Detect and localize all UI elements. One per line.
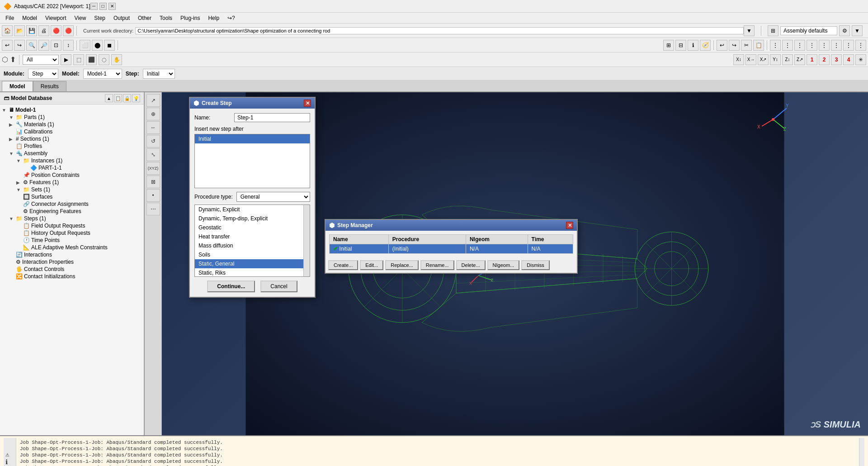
tree-parts[interactable]: ▼ 📁 Parts (1) <box>0 114 144 121</box>
print-btn[interactable]: 🖨 <box>38 25 49 36</box>
tree-lock-btn[interactable]: 🔒 <box>123 94 131 102</box>
tool-plane[interactable]: ⊠ <box>146 176 160 188</box>
menu-view[interactable]: View <box>71 14 90 22</box>
constraint-btn3[interactable]: X↗ <box>758 54 769 65</box>
tree-ale-mesh[interactable]: 📐 ALE Adaptive Mesh Constraints <box>0 244 144 251</box>
tree-assembly[interactable]: ▼ 🔩 Assembly <box>0 150 144 157</box>
color2-btn[interactable]: 🔴 <box>63 25 74 36</box>
rotate-btn[interactable]: ↕ <box>63 40 74 51</box>
info-btn[interactable]: ℹ <box>688 40 698 51</box>
tool-move[interactable]: ↔ <box>146 121 160 134</box>
tree-root[interactable]: ▼ 🖥 Model-1 <box>0 106 144 114</box>
tree-sets[interactable]: ▼ 📁 Sets (1) <box>0 186 144 193</box>
tree-history-output[interactable]: 📋 History Output Requests <box>0 229 144 237</box>
proc-heat-transfer[interactable]: Heat transfer <box>195 232 310 241</box>
constraint-btn5[interactable]: Z↕ <box>782 54 793 65</box>
tool-extra[interactable]: ⋯ <box>146 203 160 215</box>
tree-position-constraints[interactable]: 📌 Position Constraints <box>0 171 144 179</box>
constraint-btn6[interactable]: Z↗ <box>794 54 805 65</box>
mesh8-btn[interactable]: ⋮ <box>855 40 866 51</box>
tool-rotate[interactable]: ↺ <box>146 135 160 147</box>
tool-create[interactable]: ⊕ <box>146 108 160 120</box>
proc-static-riks[interactable]: Static, Riks <box>195 268 310 277</box>
constraint-btn1[interactable]: X↕ <box>733 54 744 65</box>
back-btn[interactable]: ↩ <box>2 40 13 51</box>
menu-file[interactable]: File <box>2 14 18 22</box>
tree-profiles[interactable]: 📋 Profiles <box>0 143 144 150</box>
create-step-btn[interactable]: Create... <box>328 260 358 270</box>
sphere-btn[interactable]: ⬤ <box>92 40 103 51</box>
tree-instances[interactable]: ▼ 📁 Instances (1) <box>0 157 144 164</box>
tree-connector-assignments[interactable]: 🔗 Connector Assignments <box>0 200 144 208</box>
menu-other[interactable]: Other <box>134 14 155 22</box>
zoom-btn[interactable]: 🔍 <box>26 40 37 51</box>
tree-contact-controls[interactable]: 🖐 Contact Controls <box>0 266 144 273</box>
undo-btn[interactable]: ↩ <box>717 40 727 51</box>
tree-features[interactable]: ▶ ⚙ Features (1) <box>0 179 144 186</box>
step-after-list[interactable]: Initial <box>194 134 310 188</box>
menu-step[interactable]: Step <box>90 14 109 22</box>
copy-btn[interactable]: 📋 <box>753 40 764 51</box>
redo-btn[interactable]: ↪ <box>729 40 740 51</box>
tool-xyz[interactable]: (XYZ) <box>146 162 160 175</box>
assembly-icon[interactable]: ⊞ <box>768 25 778 36</box>
assembly-extra-btn[interactable]: ▼ <box>852 25 863 36</box>
proc-geostatic[interactable]: Geostatic <box>195 223 310 232</box>
menu-output[interactable]: Output <box>110 14 133 22</box>
open-btn[interactable]: 📂 <box>14 25 25 36</box>
nigeom-btn[interactable]: NIgeom... <box>487 260 520 270</box>
model-select[interactable]: Model-1 <box>83 69 122 79</box>
mesh-btn[interactable]: ⋮ <box>770 40 781 51</box>
step-select[interactable]: Initial <box>143 69 175 79</box>
menu-model[interactable]: Model <box>19 14 41 22</box>
proc-scrollbar[interactable] <box>303 205 310 276</box>
assembly-defaults-dropdown[interactable]: Assembly defaults <box>780 26 837 35</box>
tree-materials[interactable]: ▶ 🔧 Materials (1) <box>0 121 144 128</box>
menu-help[interactable]: Help <box>204 14 223 22</box>
menu-viewport[interactable]: Viewport <box>42 14 70 22</box>
workdir-dropdown-btn[interactable]: ▼ <box>744 25 755 36</box>
select-btn[interactable]: ⬚ <box>73 54 84 65</box>
pan-btn[interactable]: ✋ <box>111 54 122 65</box>
assembly-settings-btn[interactable]: ⚙ <box>839 25 850 36</box>
tree-interaction-props[interactable]: ⚙ Interaction Properties <box>0 258 144 266</box>
num2-btn[interactable]: 2 <box>819 54 830 65</box>
step-list-initial[interactable]: Initial <box>195 134 310 143</box>
step-manager-close-btn[interactable]: ✕ <box>566 222 573 229</box>
mesh6-btn[interactable]: ⋮ <box>831 40 842 51</box>
proc-soils[interactable]: Soils <box>195 250 310 259</box>
cancel-btn[interactable]: Cancel <box>260 281 297 292</box>
filter-btn[interactable]: ▶ <box>61 54 71 65</box>
maximize-button[interactable]: □ <box>99 3 107 10</box>
step-row-initial[interactable]: ✔ Initial (Initial) N/A N/A <box>330 244 573 254</box>
num1-btn[interactable]: 1 <box>807 54 817 65</box>
continue-btn[interactable]: Continue... <box>207 281 255 292</box>
tree-engineering-features[interactable]: ⚙ Engineering Features <box>0 208 144 215</box>
delete-step-btn[interactable]: Delete... <box>456 260 486 270</box>
tree-up-btn[interactable]: ▲ <box>105 94 113 102</box>
color1-btn[interactable]: 🔴 <box>51 25 61 36</box>
box-btn[interactable]: ⬜ <box>80 40 90 51</box>
tree-interactions[interactable]: 🔄 Interactions <box>0 251 144 258</box>
mesh5-btn[interactable]: ⋮ <box>819 40 830 51</box>
menu-hotkey[interactable]: ↪? <box>224 14 239 22</box>
proc-type-select[interactable]: General <box>236 192 310 202</box>
star-btn[interactable]: ✳ <box>855 54 866 65</box>
tree-sections[interactable]: ▶ # Sections (1) <box>0 135 144 143</box>
num3-btn[interactable]: 3 <box>831 54 842 65</box>
filter-select[interactable]: All <box>23 55 59 65</box>
close-button[interactable]: ✕ <box>108 3 116 10</box>
tree-time-points[interactable]: 🕐 Time Points <box>0 237 144 244</box>
proc-dynamic-temp[interactable]: Dynamic, Temp-disp, Explicit <box>195 214 310 223</box>
home-btn[interactable]: 🏠 <box>2 25 13 36</box>
rename-step-btn[interactable]: Rename... <box>420 260 454 270</box>
step-name-input[interactable] <box>234 113 310 122</box>
select2-btn[interactable]: ⬛ <box>86 54 97 65</box>
save-btn[interactable]: 💾 <box>26 25 37 36</box>
zoom2-btn[interactable]: 🔎 <box>38 40 49 51</box>
mesh7-btn[interactable]: ⋮ <box>843 40 854 51</box>
grid-btn[interactable]: ⊞ <box>663 40 674 51</box>
tree-steps[interactable]: ▼ 📁 Steps (1) <box>0 215 144 222</box>
constraint-btn4[interactable]: Y↕ <box>770 54 781 65</box>
tree-calibrations[interactable]: 📊 Calibrations <box>0 128 144 135</box>
